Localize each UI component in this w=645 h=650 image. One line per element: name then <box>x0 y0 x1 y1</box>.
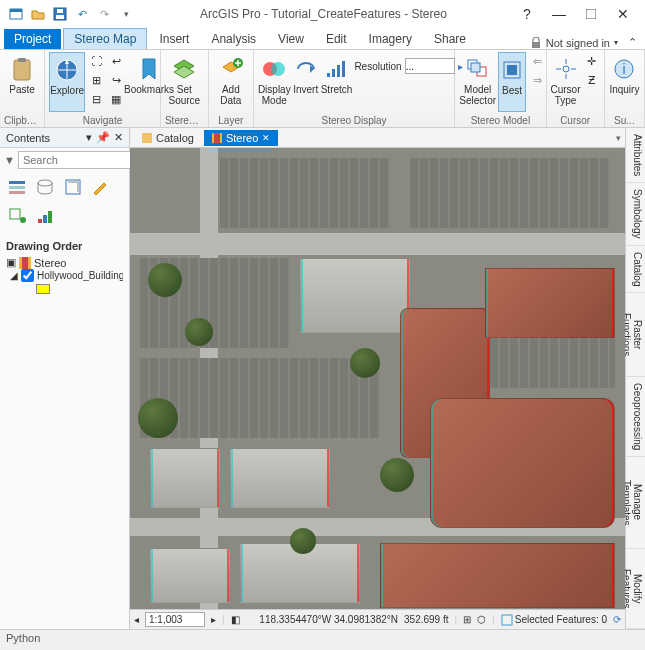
tab-analysis[interactable]: Analysis <box>201 29 266 49</box>
filter-icon[interactable]: ▼ <box>4 154 15 166</box>
side-tab-modify-features[interactable]: Modify Features <box>626 549 645 629</box>
model-selector-button[interactable]: Model Selector <box>459 52 496 112</box>
tab-imagery[interactable]: Imagery <box>359 29 422 49</box>
view-tabs-dropdown-icon[interactable]: ▾ <box>616 133 621 143</box>
map-canvas[interactable] <box>130 148 625 609</box>
next-extent-icon[interactable]: ↪ <box>107 71 125 89</box>
qat-dropdown-icon[interactable]: ▾ <box>118 6 134 22</box>
fixed-zoom-in-icon[interactable]: ⊞ <box>87 71 105 89</box>
prev-model-icon[interactable]: ⇐ <box>528 52 546 70</box>
cursor-type-button[interactable]: Cursor Type <box>551 52 581 112</box>
toc-view-buttons <box>0 172 129 230</box>
aerial-imagery <box>130 148 625 609</box>
scale-up-icon[interactable]: ▸ <box>211 614 216 625</box>
lock-icon <box>530 37 542 49</box>
pane-pin-icon[interactable]: 📌 <box>96 131 110 144</box>
ribbon-tabstrip: Project Stereo Map Insert Analysis View … <box>0 28 645 50</box>
svg-rect-1 <box>10 9 22 12</box>
coords-label: 118.3354470°W 34.0981382°N <box>259 614 398 625</box>
list-by-snapping-icon[interactable] <box>6 204 28 226</box>
add-data-button[interactable]: Add Data <box>213 52 249 112</box>
open-project-icon[interactable] <box>30 6 46 22</box>
invert-button[interactable]: Invert <box>293 52 319 112</box>
list-by-source-icon[interactable] <box>34 176 56 198</box>
side-tab-raster-functions[interactable]: Raster Functions <box>626 293 645 377</box>
tab-edit[interactable]: Edit <box>316 29 357 49</box>
model-selector-icon <box>465 56 491 82</box>
list-by-editing-icon[interactable] <box>90 176 112 198</box>
tab-insert[interactable]: Insert <box>149 29 199 49</box>
dynamic-range-icon[interactable]: ◧ <box>231 614 240 625</box>
cursor-snap-icon[interactable]: ✛ <box>583 52 601 70</box>
list-by-labeling-icon[interactable] <box>34 204 56 226</box>
inquiry-button[interactable]: i Inquiry <box>609 52 640 112</box>
cursor-z-icon[interactable]: Ƶ <box>583 71 601 89</box>
display-mode-button[interactable]: Display Mode <box>258 52 291 112</box>
close-button[interactable]: ✕ <box>609 3 637 25</box>
scale-combo[interactable]: 1:1,003 <box>145 612 205 627</box>
svg-point-34 <box>38 180 52 186</box>
new-project-icon[interactable] <box>8 6 24 22</box>
group-navigate-label: Navigate <box>49 115 156 127</box>
map-frame-item[interactable]: ▣ Stereo <box>6 256 123 269</box>
full-extent-icon[interactable]: ⛶ <box>87 52 105 70</box>
scale-down-icon[interactable]: ◂ <box>134 614 139 625</box>
save-icon[interactable] <box>52 6 68 22</box>
svg-rect-21 <box>337 65 340 77</box>
cursor-icon <box>553 56 579 82</box>
tab-project[interactable]: Project <box>4 29 61 49</box>
side-tab-geoprocessing[interactable]: Geoprocessing <box>626 377 645 457</box>
list-by-selection-icon[interactable] <box>62 176 84 198</box>
tab-stereo-map[interactable]: Stereo Map <box>63 28 147 49</box>
layer-visibility-checkbox[interactable] <box>21 269 34 282</box>
constraints-icon[interactable]: ⬡ <box>477 614 486 625</box>
expand-icon[interactable]: ▣ <box>6 256 16 269</box>
tab-view[interactable]: View <box>268 29 314 49</box>
side-tab-attributes[interactable]: Attributes <box>626 128 645 183</box>
explore-button[interactable]: Explore <box>49 52 85 112</box>
map-area: Catalog Stereo ✕ ▾ <box>130 128 625 629</box>
snapping-icon[interactable]: ⊞ <box>463 614 471 625</box>
group-layer-label: Layer <box>213 115 249 127</box>
undo-icon[interactable]: ↶ <box>74 6 90 22</box>
stretch-button[interactable]: Stretch <box>321 52 353 112</box>
ribbon-collapse-icon[interactable]: ⌃ <box>628 36 637 49</box>
layer-item[interactable]: ◢ Hollywood_Buildings_C <box>10 269 123 282</box>
layers-icon <box>171 56 197 82</box>
resolution-input[interactable] <box>405 58 455 74</box>
minimize-button[interactable]: — <box>545 3 573 25</box>
view-tab-stereo[interactable]: Stereo ✕ <box>204 130 278 146</box>
set-source-button[interactable]: Set Source <box>165 52 204 112</box>
redo-icon[interactable]: ↷ <box>96 6 112 22</box>
list-by-drawing-order-icon[interactable] <box>6 176 28 198</box>
svg-rect-19 <box>327 73 330 77</box>
window-title: ArcGIS Pro - Tutorial_CreateFeatures - S… <box>134 7 513 21</box>
explore-label: Explore <box>50 85 84 96</box>
pane-close-icon[interactable]: ✕ <box>114 131 123 144</box>
best-button[interactable]: Best <box>498 52 526 112</box>
side-tab-catalog[interactable]: Catalog <box>626 246 645 293</box>
help-button[interactable]: ? <box>513 3 541 25</box>
close-tab-icon[interactable]: ✕ <box>262 133 270 143</box>
group-stereo-source-label: Stereo S... <box>165 115 204 127</box>
collapse-icon[interactable]: ◢ <box>10 270 18 281</box>
sign-in-label: Not signed in <box>546 37 610 49</box>
maximize-button[interactable] <box>577 3 605 25</box>
paste-button[interactable]: Paste <box>4 52 40 112</box>
view-tab-catalog[interactable]: Catalog <box>134 130 202 146</box>
prev-extent-icon[interactable]: ↩ <box>107 52 125 70</box>
tab-share[interactable]: Share <box>424 29 476 49</box>
next-model-icon[interactable]: ⇒ <box>528 71 546 89</box>
selection-icon <box>501 614 513 626</box>
pane-menu-icon[interactable]: ▾ <box>86 131 92 144</box>
side-tab-manage-templates[interactable]: Manage Templates <box>626 457 645 549</box>
side-tab-symbology[interactable]: Symbology <box>626 183 645 245</box>
clipboard-icon <box>9 56 35 82</box>
fixed-zoom-out-icon[interactable]: ⊟ <box>87 90 105 108</box>
zoom-to-sel-icon[interactable]: ▦ <box>107 90 125 108</box>
layer-symbol-swatch[interactable] <box>36 284 50 294</box>
refresh-icon[interactable]: ⟳ <box>613 614 621 625</box>
workspace: Contents ▾ 📌 ✕ ▼ 🔍 Drawing Order ▣ <box>0 128 645 629</box>
python-pane-collapsed[interactable]: Python <box>0 629 645 650</box>
sign-in-link[interactable]: Not signed in ▾ ⌃ <box>530 36 637 49</box>
